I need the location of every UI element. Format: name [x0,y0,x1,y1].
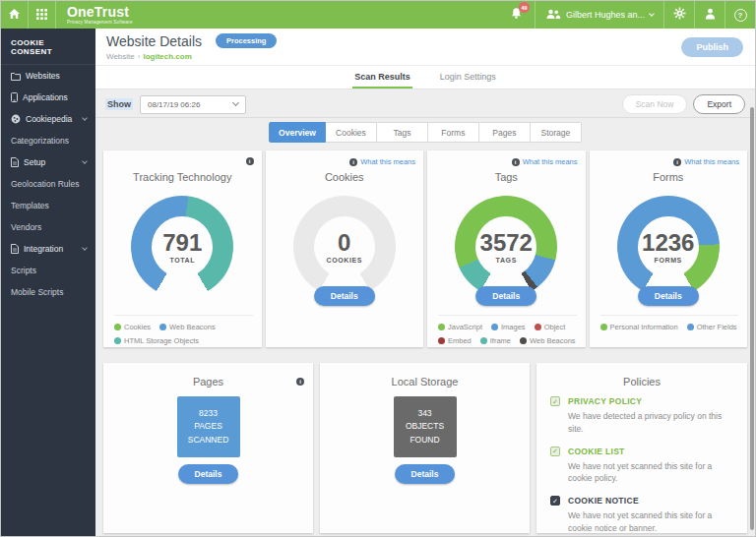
scan-now-button[interactable]: Scan Now [622,94,688,114]
pages-scanned-box: 8233 PAGES SCANNED [177,396,240,457]
sidebar-item-applications[interactable]: Applications [1,87,95,108]
publish-button[interactable]: Publish [681,37,743,57]
user-name: Gilbert Hughes an... [566,10,645,20]
users-icon [545,9,561,22]
breadcrumb: Website›logitech.com [106,52,277,61]
chart-legend: Personal Information Other Fields [600,315,739,331]
policy-description: We have not yet scanned this site for a … [568,509,737,535]
legend-dot [535,324,541,330]
details-button[interactable]: Details [178,464,239,484]
cookie-icon [11,114,21,124]
what-this-means-link[interactable]: i What this means [349,157,415,166]
policy-description: We have detected a privacy policy on thi… [568,410,737,436]
subtab-cookies[interactable]: Cookies [326,122,377,143]
profile-button[interactable] [695,1,724,29]
sidebar-item-label: Applications [23,92,68,102]
forms-gauge-chart: 1236 FORMS [617,196,720,298]
subtab-forms[interactable]: Forms [428,122,479,143]
home-button[interactable] [1,1,28,29]
divider [95,117,755,118]
sidebar-item-scripts[interactable]: Scripts [1,260,95,281]
subtab-storage[interactable]: Storage [531,122,582,143]
topbar: OneTrust Privacy Management Software 49 … [1,1,755,29]
sidebar-item-vendors[interactable]: Vendors [1,216,95,238]
chart-legend: JavaScript Images Object Embed Iframe We… [438,315,577,345]
gauge-unit: TAGS [496,257,517,264]
breadcrumb-separator: › [138,52,141,61]
legend-label: Web Beacons [169,323,216,331]
vertical-scrollbar[interactable] [750,107,754,530]
grid-icon [36,6,47,24]
sidebar-item-label: Setup [24,157,45,167]
sidebar-item-label: Websites [26,71,60,81]
page-title: Website Details [106,33,202,49]
help-icon: ? [734,9,747,22]
subtab-overview[interactable]: Overview [269,122,326,143]
card-forms: i What this means Forms 1236 FORMS Detai… [590,150,748,347]
card-tags: i What this means Tags 3572 TAGS Details… [427,150,586,347]
tab-scan-results[interactable]: Scan Results [352,72,412,89]
help-button[interactable]: ? [725,1,755,29]
policy-description: We have not yet scanned this site for a … [568,460,737,486]
subtab-pages[interactable]: Pages [479,122,531,143]
chevron-down-icon [232,99,239,106]
notifications-button[interactable]: 49 [499,1,535,29]
what-this-means-link[interactable]: i What this means [673,157,739,166]
breadcrumb-root[interactable]: Website [106,52,135,61]
user-menu[interactable]: Gilbert Hughes an... [536,1,663,29]
pages-value: 8233 [199,407,218,421]
details-button[interactable]: Details [475,286,536,306]
gauge-unit: FORMS [655,257,682,264]
divider [55,1,56,29]
checkbox-checked-icon[interactable]: ✓ [550,496,560,506]
legend-dot [520,337,527,344]
policy-item-cookie-notice: ✓ COOKIE NOTICE We have not yet scanned … [550,496,737,535]
details-button[interactable]: Details [395,464,456,484]
legend-label: Images [501,323,526,331]
person-icon [705,6,716,24]
cookies-gauge-chart: 0 COOKIES [293,196,396,298]
export-button[interactable]: Export [693,94,745,114]
sidebar: COOKIE CONSENT Websites Applications Coo… [1,29,95,536]
app-grid-button[interactable] [29,1,55,29]
card-policies: Policies ✓ PRIVACY POLICY We have detect… [536,363,747,533]
sidebar-item-geolocation-rules[interactable]: Geolocation Rules [1,173,95,195]
sidebar-item-setup[interactable]: Setup [1,151,95,173]
details-button[interactable]: Details [638,286,699,306]
card-pages: i Pages 8233 PAGES SCANNED Details [103,363,313,533]
settings-button[interactable] [664,1,694,29]
info-icon: i [673,158,681,166]
checkbox-checked-icon[interactable]: ✓ [550,396,560,406]
what-this-means-link[interactable]: i What this means [512,157,578,166]
sidebar-item-templates[interactable]: Templates [1,195,95,216]
scan-date-value: 08/17/19 06:26 [148,100,200,109]
brand-name: OneTrust [67,5,133,19]
info-button[interactable]: i [246,157,254,165]
tab-login-settings[interactable]: Login Settings [438,72,498,89]
gear-icon [673,6,686,24]
legend-label: Embed [448,336,472,345]
mobile-icon [11,92,18,102]
sidebar-item-integration[interactable]: Integration [1,238,95,260]
legend-label: Iframe [490,336,511,345]
main-tab-bar: Scan Results Login Settings [95,66,755,90]
show-label: Show [105,98,133,110]
sidebar-item-label: Cookiepedia [26,114,72,124]
objects-found-box: 343 OBJECTS FOUND [394,396,457,457]
legend-label: Object [544,323,566,331]
sidebar-item-mobile-scripts[interactable]: Mobile Scripts [1,281,95,303]
sidebar-item-cookiepedia[interactable]: Cookiepedia [1,108,95,130]
pages-line2: SCANNED [188,434,229,448]
subtab-tags[interactable]: Tags [377,122,428,143]
gauge-unit: TOTAL [169,257,195,264]
sidebar-item-categorizations[interactable]: Categorizations [1,130,95,151]
sidebar-item-websites[interactable]: Websites [1,65,95,87]
document-icon [11,157,19,167]
document-icon [11,244,19,254]
details-button[interactable]: Details [314,286,375,306]
pages-line1: PAGES [194,420,222,434]
checkbox-checked-icon[interactable]: ✓ [550,447,560,456]
policies-list: ✓ PRIVACY POLICY We have detected a priv… [550,396,737,536]
scan-date-select[interactable]: 08/17/19 06:26 [140,95,246,114]
brand-logo[interactable]: OneTrust Privacy Management Software [67,5,133,25]
